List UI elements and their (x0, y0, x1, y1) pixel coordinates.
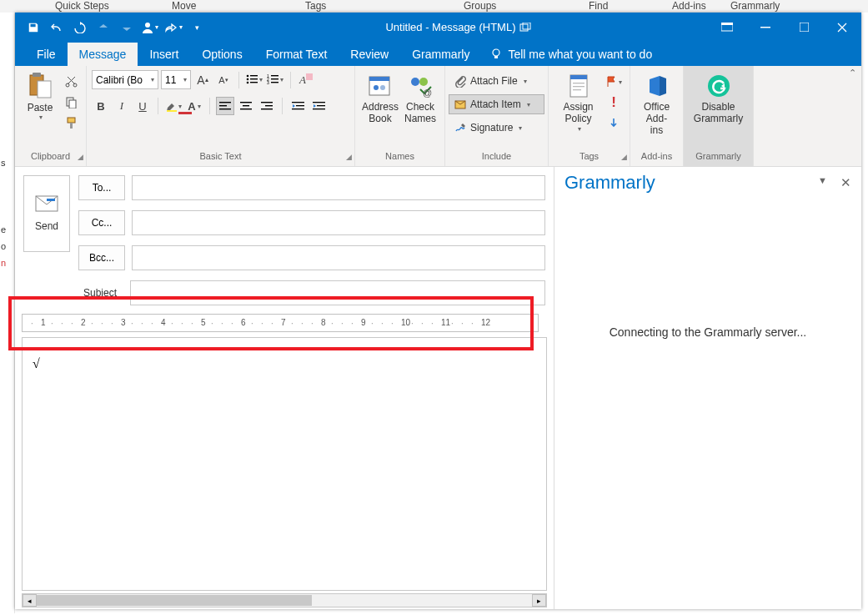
background-left-fragment: seon (0, 13, 15, 613)
tab-insert[interactable]: Insert (138, 43, 190, 66)
bcc-field[interactable] (132, 245, 545, 270)
group-include: Attach File▾ Attach Item▾ Signature▾ Inc… (445, 66, 549, 166)
panel-menu-icon[interactable]: ▼ (818, 175, 827, 190)
minimize-icon[interactable] (746, 15, 785, 40)
svg-rect-30 (306, 73, 313, 80)
attach-item-button[interactable]: Attach Item▾ (449, 94, 544, 114)
svg-point-20 (247, 78, 249, 81)
group-basic-text: Calibri (Bo▾ 11▾ A▴ A▾ ▾ 123▾ A B I U ▾ (87, 66, 355, 166)
collapse-ribbon-icon[interactable]: ⌃ (849, 68, 856, 78)
align-left-icon[interactable] (216, 97, 234, 115)
to-field[interactable] (132, 175, 545, 200)
format-painter-icon[interactable] (62, 113, 80, 132)
dialog-launcher-icon[interactable]: ◢ (78, 153, 83, 161)
svg-text:@: @ (423, 88, 432, 98)
grow-font-icon[interactable]: A▴ (193, 71, 212, 89)
signature-button[interactable]: Signature▾ (449, 118, 544, 138)
svg-point-49 (374, 85, 379, 90)
group-names: Address Book @ Check Names Names (355, 66, 445, 166)
office-addins-button[interactable]: Office Add-ins (635, 70, 678, 139)
address-book-button[interactable]: Address Book (360, 70, 400, 128)
underline-icon[interactable]: U (133, 97, 152, 115)
bullets-icon[interactable]: ▾ (245, 71, 263, 89)
align-right-icon[interactable] (258, 97, 276, 115)
increase-indent-icon[interactable] (309, 97, 328, 115)
horizontal-ruler[interactable]: 1···2···3···4···5···6···7···8···9···10··… (22, 314, 539, 332)
svg-point-51 (411, 78, 419, 86)
tab-format-text[interactable]: Format Text (254, 43, 339, 66)
svg-rect-41 (292, 102, 304, 103)
follow-up-flag-icon[interactable]: ▾ (605, 73, 623, 91)
attach-file-button[interactable]: Attach File▾ (449, 71, 544, 91)
cc-field[interactable] (132, 210, 545, 235)
svg-rect-8 (494, 56, 498, 58)
forward-icon[interactable]: ▾ (162, 16, 185, 39)
svg-rect-1 (520, 24, 528, 31)
paste-button[interactable]: Paste▾ (20, 70, 60, 124)
font-color-icon[interactable]: A▾ (185, 97, 203, 115)
redo-icon[interactable] (68, 16, 92, 39)
undo-icon[interactable] (45, 16, 68, 39)
subject-field[interactable] (130, 280, 545, 305)
svg-point-18 (247, 75, 249, 78)
check-names-button[interactable]: @ Check Names (400, 70, 440, 128)
group-addins: Office Add-ins Add-ins (630, 66, 684, 166)
panel-close-icon[interactable]: ✕ (840, 175, 851, 190)
svg-rect-46 (313, 108, 325, 109)
send-button[interactable]: Send (23, 175, 70, 252)
signature-icon (454, 122, 466, 134)
tab-file[interactable]: File (25, 43, 68, 66)
disable-grammarly-button[interactable]: Disable Grammarly (689, 70, 748, 128)
horizontal-scrollbar[interactable]: ◂ ▸ (22, 593, 547, 607)
low-importance-icon[interactable] (605, 114, 623, 133)
group-clipboard: Paste▾ Clipboard◢ (15, 66, 87, 166)
high-importance-icon[interactable]: ! (605, 93, 623, 112)
qat-customize-icon[interactable]: ▾ (185, 16, 208, 39)
shrink-font-icon[interactable]: A▾ (214, 71, 233, 89)
message-body[interactable]: √ (22, 337, 547, 591)
cut-icon[interactable] (62, 72, 80, 90)
font-name-combo[interactable]: Calibri (Bo▾ (92, 70, 158, 89)
scroll-thumb[interactable] (37, 595, 312, 606)
person-icon[interactable]: ▾ (138, 16, 162, 39)
close-icon[interactable] (823, 15, 861, 40)
font-size-combo[interactable]: 11▾ (161, 70, 191, 89)
svg-rect-40 (261, 108, 273, 109)
cc-button[interactable]: Cc... (78, 210, 125, 235)
numbering-icon[interactable]: 123▾ (266, 71, 284, 89)
svg-rect-6 (800, 23, 809, 32)
svg-rect-48 (369, 77, 389, 81)
align-center-icon[interactable] (237, 97, 255, 115)
bcc-button[interactable]: Bcc... (78, 245, 125, 270)
tab-message[interactable]: Message (68, 43, 138, 66)
save-icon[interactable] (22, 16, 45, 39)
svg-rect-42 (296, 105, 304, 106)
ribbon-display-icon[interactable] (708, 15, 746, 40)
svg-rect-19 (250, 75, 258, 76)
svg-rect-29 (271, 82, 278, 83)
italic-icon[interactable]: I (113, 97, 131, 115)
svg-rect-27 (271, 78, 278, 79)
svg-rect-32 (219, 102, 231, 103)
assign-policy-button[interactable]: Assign Policy▾ (554, 70, 603, 135)
maximize-icon[interactable] (785, 15, 823, 40)
tab-grammarly[interactable]: Grammarly (400, 43, 481, 66)
tab-options[interactable]: Options (190, 43, 253, 66)
copy-icon[interactable] (62, 93, 80, 111)
tell-me-search[interactable]: Tell me what you want to do (481, 43, 660, 66)
to-button[interactable]: To... (78, 175, 125, 200)
clear-formatting-icon[interactable]: A (297, 71, 315, 89)
scroll-left-icon[interactable]: ◂ (23, 594, 37, 607)
decrease-indent-icon[interactable] (288, 97, 307, 115)
scroll-right-icon[interactable]: ▸ (532, 594, 546, 607)
group-label-clipboard: Clipboard (31, 151, 70, 161)
svg-rect-23 (250, 82, 258, 83)
svg-rect-57 (573, 83, 585, 83)
svg-rect-17 (70, 123, 73, 129)
group-label-tags: Tags (580, 151, 599, 161)
group-tags: Assign Policy▾ ▾ ! Tags◢ (549, 66, 630, 166)
tab-review[interactable]: Review (339, 43, 400, 66)
dialog-launcher-icon[interactable]: ◢ (621, 153, 627, 161)
bold-icon[interactable]: B (92, 97, 110, 115)
dialog-launcher-icon[interactable]: ◢ (346, 153, 352, 161)
